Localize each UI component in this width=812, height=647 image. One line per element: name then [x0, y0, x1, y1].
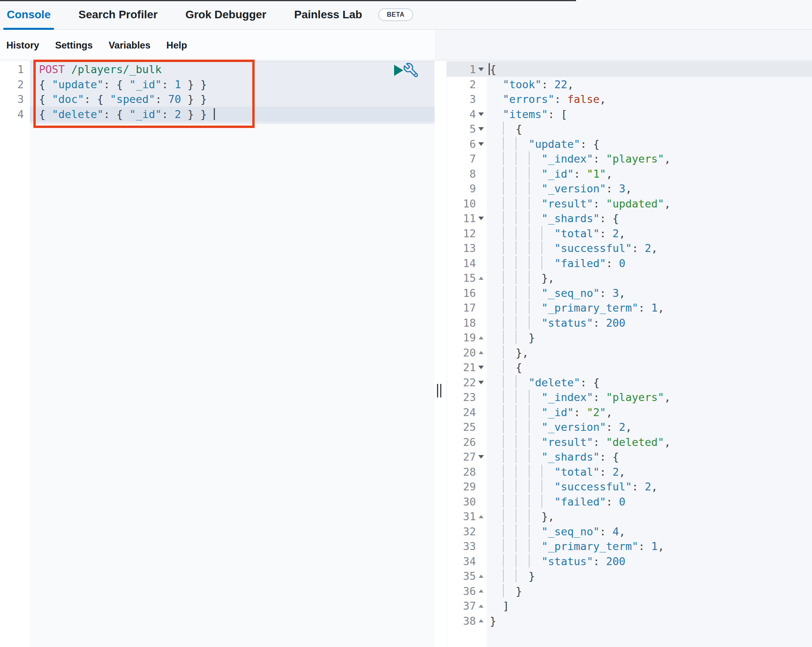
code-line: "total": 2, [490, 226, 671, 241]
code-line: "result": "deleted", [490, 435, 671, 450]
indent-guide [516, 435, 529, 448]
indent-guide [541, 256, 555, 269]
line-number: 20 [463, 345, 476, 360]
menu-item-variables[interactable]: Variables [108, 40, 150, 51]
line-number: 11 [463, 211, 476, 226]
menu-item-settings[interactable]: Settings [55, 40, 93, 51]
request-options-wrench-icon[interactable] [403, 62, 420, 79]
indent-guide [529, 554, 542, 568]
indent-guide [503, 524, 516, 538]
indent-guide [516, 375, 529, 389]
menu-item-history[interactable]: History [6, 40, 39, 51]
indent-guide [516, 271, 529, 284]
fold-expand-icon[interactable] [479, 604, 483, 608]
indent-guide [503, 494, 516, 508]
console-menu: HistorySettingsVariablesHelp [0, 30, 433, 60]
code-line: "failed": 0 [490, 494, 671, 509]
code-line: "status": 200 [490, 554, 671, 569]
line-number: 2 [17, 77, 24, 92]
code-line: "took": 22, [490, 77, 671, 92]
code-line: "_seq_no": 3, [490, 286, 671, 301]
tab-search-profiler[interactable]: Search Profiler [78, 0, 157, 29]
indent-guide [503, 122, 516, 135]
indent-guide [529, 167, 542, 180]
fold-expand-icon[interactable] [479, 351, 483, 354]
line-number: 9 [470, 181, 476, 196]
code-line: } [490, 330, 671, 345]
fold-expand-icon[interactable] [479, 589, 483, 593]
fold-expand-icon[interactable] [479, 336, 483, 339]
pane-resize-handle[interactable] [437, 384, 441, 397]
indent-guide [516, 286, 529, 299]
code-line: "_primary_term": 1, [490, 539, 671, 554]
fold-collapse-icon[interactable] [478, 112, 484, 116]
tab-console[interactable]: Console [7, 0, 50, 29]
line-number: 38 [463, 614, 476, 629]
code-line: "successful": 2, [490, 479, 671, 494]
tab-bar: ConsoleSearch ProfilerGrok DebuggerPainl… [0, 0, 812, 30]
code-line: POST /players/_bulk [39, 62, 207, 77]
code-line: }, [490, 345, 671, 360]
indent-guide [516, 300, 529, 314]
indent-guide [503, 256, 516, 269]
indent-guide [503, 330, 516, 344]
tab-painless-lab[interactable]: Painless Lab [294, 0, 362, 29]
indent-guide [503, 479, 516, 493]
indent-guide [516, 539, 529, 552]
response-header-band [435, 30, 812, 60]
indent-guide [503, 241, 516, 254]
line-number: 34 [463, 554, 476, 569]
editor-pane[interactable] [30, 60, 435, 647]
fold-collapse-icon[interactable] [478, 455, 484, 459]
indent-guide [503, 435, 516, 448]
indent-guide [516, 509, 529, 523]
indent-guide [516, 390, 529, 403]
send-request-play-icon[interactable] [394, 65, 403, 76]
tab-grok-debugger[interactable]: Grok Debugger [186, 0, 267, 29]
indent-guide [529, 151, 542, 165]
fold-collapse-icon[interactable] [478, 381, 484, 384]
fold-expand-icon[interactable] [479, 515, 483, 518]
indent-guide [529, 196, 542, 210]
indent-guide [503, 584, 516, 597]
line-number: 8 [470, 167, 476, 182]
line-number: 30 [463, 494, 476, 509]
indent-guide [503, 300, 516, 314]
code-line: { "delete": { "_id": 2 } } [39, 107, 207, 122]
fold-collapse-icon[interactable] [478, 68, 484, 71]
indent-guide [503, 181, 516, 195]
menu-item-help[interactable]: Help [166, 40, 187, 51]
fold-expand-icon[interactable] [479, 277, 483, 280]
line-number: 16 [463, 286, 476, 301]
fold-collapse-icon[interactable] [478, 142, 484, 146]
indent-guide [503, 539, 516, 552]
code-line: "items": [ [490, 107, 671, 122]
screen-edge-artifact [0, 0, 576, 1]
indent-guide [503, 405, 516, 418]
indent-guide [516, 226, 529, 240]
code-line: "total": 2, [490, 465, 671, 480]
line-number: 18 [463, 316, 476, 331]
fold-expand-icon[interactable] [479, 619, 483, 622]
line-number: 28 [463, 465, 476, 480]
indent-guide [503, 137, 516, 150]
line-number: 32 [463, 524, 476, 539]
fold-collapse-icon[interactable] [478, 127, 484, 131]
line-number: 35 [463, 569, 476, 584]
indent-guide [503, 554, 516, 568]
fold-collapse-icon[interactable] [478, 217, 484, 220]
editor-code[interactable]: POST /players/_bulk{ "update": { "_id": … [39, 62, 207, 122]
code-line: { "update": { "_id": 1 } } [39, 77, 207, 92]
line-number: 4 [17, 107, 24, 122]
fold-collapse-icon[interactable] [478, 366, 484, 369]
fold-expand-icon[interactable] [479, 575, 483, 578]
pane-divider [435, 60, 447, 647]
code-line: "_index": "players", [490, 390, 671, 405]
line-number: 29 [463, 479, 476, 494]
code-line: }, [490, 271, 671, 286]
line-number: 17 [463, 300, 476, 316]
code-line: "status": 200 [490, 316, 671, 331]
indent-guide [503, 569, 516, 582]
line-number: 15 [463, 271, 476, 286]
indent-guide [529, 494, 542, 508]
